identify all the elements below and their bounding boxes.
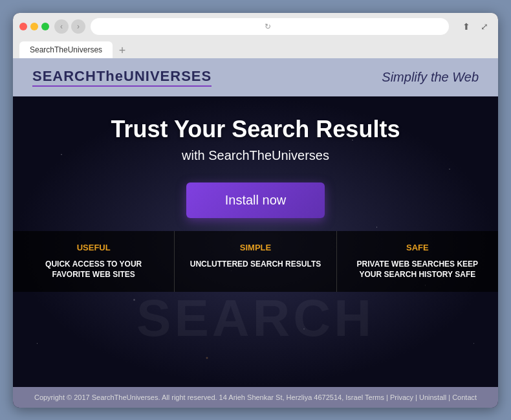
- feature-safe-desc: PRIVATE WEB SEARCHES KEEP YOUR SEARCH HI…: [350, 259, 485, 281]
- feature-safe-label: SAFE: [350, 243, 485, 252]
- site-footer: Copyright © 2017 SearchTheUniverses. All…: [13, 387, 498, 408]
- logo-underline: [32, 85, 212, 87]
- feature-simple: SIMPLE UNCLUTTERED SEARCH RESULTS: [175, 231, 336, 293]
- toolbar-icons: ⬆ ⤢: [459, 19, 492, 34]
- hero-title: Trust Your Search Results: [111, 116, 400, 143]
- active-tab[interactable]: SearchTheUniverses: [19, 41, 113, 58]
- minimize-button[interactable]: [30, 23, 38, 30]
- install-button[interactable]: Install now: [186, 182, 325, 218]
- browser-top-bar: ‹ › ↻ ⬆ ⤢: [19, 18, 492, 35]
- maximize-button[interactable]: [41, 23, 49, 30]
- hero-section: Trust Your Search Results with SearchThe…: [13, 96, 498, 387]
- feature-useful-label: USEFUL: [26, 243, 161, 252]
- hero-subtitle: with SearchTheUniverses: [182, 148, 329, 163]
- address-bar-container: ↻: [91, 18, 449, 35]
- forward-button[interactable]: ›: [71, 19, 85, 34]
- new-tab-button[interactable]: +: [115, 44, 129, 58]
- traffic-lights: [19, 23, 49, 30]
- feature-useful: USEFUL QUICK ACCESS TO YOUR FAVORITE WEB…: [13, 231, 175, 293]
- close-button[interactable]: [19, 23, 27, 30]
- header-tagline: Simplify the Web: [382, 70, 479, 85]
- back-button[interactable]: ‹: [54, 19, 69, 34]
- logo: SEARCHTheUNIVERSES: [32, 68, 212, 87]
- fullscreen-icon[interactable]: ⤢: [477, 19, 492, 34]
- share-icon[interactable]: ⬆: [459, 19, 473, 34]
- feature-useful-desc: QUICK ACCESS TO YOUR FAVORITE WEB SITES: [26, 259, 161, 281]
- logo-search: SEARCH: [32, 68, 96, 84]
- watermark: SEARCH: [136, 289, 375, 348]
- footer-text: Copyright © 2017 SearchTheUniverses. All…: [34, 393, 477, 401]
- feature-safe: SAFE PRIVATE WEB SEARCHES KEEP YOUR SEAR…: [337, 231, 498, 293]
- browser-window: ‹ › ↻ ⬆ ⤢ SearchTheUniverses +: [13, 13, 498, 408]
- site-header: SEARCHTheUNIVERSES Simplify the Web: [13, 58, 498, 96]
- features-section: USEFUL QUICK ACCESS TO YOUR FAVORITE WEB…: [13, 231, 498, 293]
- browser-tabs: SearchTheUniverses +: [19, 40, 492, 58]
- feature-simple-label: SIMPLE: [188, 243, 323, 252]
- refresh-icon: ↻: [265, 22, 271, 31]
- browser-chrome: ‹ › ↻ ⬆ ⤢ SearchTheUniverses +: [13, 13, 498, 58]
- page-content: SEARCHTheUNIVERSES Simplify the Web Trus…: [13, 58, 498, 408]
- nav-buttons: ‹ ›: [54, 19, 85, 34]
- logo-universes: UNIVERSES: [124, 68, 212, 84]
- logo-the: The: [96, 68, 124, 84]
- feature-simple-desc: UNCLUTTERED SEARCH RESULTS: [188, 259, 323, 270]
- address-bar[interactable]: ↻: [91, 18, 449, 35]
- tab-title: SearchTheUniverses: [30, 45, 102, 54]
